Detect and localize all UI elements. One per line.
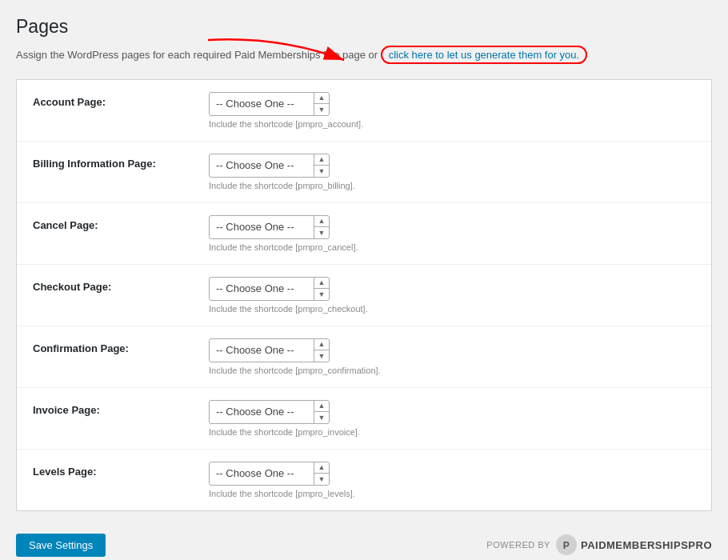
page-description: Assign the WordPress pages for each requ… — [16, 47, 712, 63]
powered-by: POWERED BY P PaidMembershipsPro — [486, 534, 712, 556]
select-account[interactable]: -- Choose One -- — [210, 93, 314, 115]
content-billing: -- Choose One -- ▲ ▼ Include the shortco… — [209, 154, 695, 190]
arrow-down-invoice[interactable]: ▼ — [314, 412, 329, 423]
arrow-down-checkout[interactable]: ▼ — [314, 289, 329, 300]
content-account: -- Choose One -- ▲ ▼ Include the shortco… — [209, 92, 695, 129]
arrow-down-cancel[interactable]: ▼ — [314, 227, 329, 238]
hint-checkout: Include the shortcode [pmpro_checkout]. — [209, 304, 695, 314]
hint-account: Include the shortcode [pmpro_account]. — [209, 119, 695, 129]
select-arrows-levels[interactable]: ▲ ▼ — [314, 462, 329, 485]
select-billing[interactable]: -- Choose One -- — [210, 154, 314, 177]
arrow-up-account[interactable]: ▲ — [314, 93, 329, 105]
label-invoice: Invoice Page: — [33, 400, 209, 416]
arrow-up-checkout[interactable]: ▲ — [314, 278, 329, 290]
arrow-down-confirmation[interactable]: ▼ — [314, 350, 329, 362]
select-arrows-cancel[interactable]: ▲ ▼ — [314, 216, 329, 238]
select-levels[interactable]: -- Choose One -- — [210, 462, 314, 485]
generate-link[interactable]: click here to let us generate them for y… — [381, 46, 587, 64]
label-billing: Billing Information Page: — [33, 154, 209, 170]
label-cancel: Cancel Page: — [33, 215, 209, 231]
label-checkout: Checkout Page: — [33, 277, 209, 293]
select-invoice[interactable]: -- Choose One -- — [210, 401, 314, 423]
select-wrapper-levels[interactable]: -- Choose One -- ▲ ▼ — [209, 462, 330, 486]
select-arrows-billing[interactable]: ▲ ▼ — [314, 154, 329, 177]
select-wrapper-cancel[interactable]: -- Choose One -- ▲ ▼ — [209, 215, 330, 239]
row-invoice: Invoice Page: -- Choose One -- ▲ ▼ Inclu… — [17, 388, 711, 450]
brand-name: PaidMembershipsPro — [581, 539, 712, 551]
pmp-logo: P PaidMembershipsPro — [555, 534, 712, 556]
select-arrows-account[interactable]: ▲ ▼ — [314, 93, 329, 115]
arrow-down-levels[interactable]: ▼ — [314, 474, 329, 485]
description-text-before: Assign the WordPress pages for each requ… — [16, 49, 381, 61]
page-wrapper: Pages Assign the WordPress pages for eac… — [0, 0, 728, 560]
select-wrapper-billing[interactable]: -- Choose One -- ▲ ▼ — [209, 154, 330, 178]
pmp-logo-icon: P — [555, 534, 578, 556]
svg-text:P: P — [563, 540, 570, 551]
select-cancel[interactable]: -- Choose One -- — [210, 216, 314, 238]
select-wrapper-invoice[interactable]: -- Choose One -- ▲ ▼ — [209, 400, 330, 424]
hint-levels: Include the shortcode [pmpro_levels]. — [209, 489, 695, 498]
hint-invoice: Include the shortcode [pmpro_invoice]. — [209, 427, 695, 437]
arrow-up-confirmation[interactable]: ▲ — [314, 339, 329, 351]
select-confirmation[interactable]: -- Choose One -- — [210, 339, 314, 362]
row-checkout: Checkout Page: -- Choose One -- ▲ ▼ Incl… — [17, 265, 711, 326]
page-title: Pages — [16, 16, 712, 38]
content-invoice: -- Choose One -- ▲ ▼ Include the shortco… — [209, 400, 695, 437]
row-confirmation: Confirmation Page: -- Choose One -- ▲ ▼ … — [17, 326, 711, 388]
arrow-down-account[interactable]: ▼ — [314, 104, 329, 115]
row-levels: Levels Page: -- Choose One -- ▲ ▼ Includ… — [17, 450, 711, 510]
footer-bar: Save Settings POWERED BY P PaidMembershi… — [16, 526, 712, 561]
settings-table: Account Page: -- Choose One -- ▲ ▼ Inclu… — [16, 79, 712, 511]
row-billing: Billing Information Page: -- Choose One … — [17, 142, 711, 203]
label-account: Account Page: — [33, 92, 209, 108]
save-settings-button[interactable]: Save Settings — [16, 534, 106, 557]
arrow-up-levels[interactable]: ▲ — [314, 462, 329, 474]
select-arrows-checkout[interactable]: ▲ ▼ — [314, 278, 329, 300]
select-wrapper-checkout[interactable]: -- Choose One -- ▲ ▼ — [209, 277, 330, 301]
select-checkout[interactable]: -- Choose One -- — [210, 278, 314, 300]
select-arrows-confirmation[interactable]: ▲ ▼ — [314, 339, 329, 362]
arrow-up-invoice[interactable]: ▲ — [314, 401, 329, 413]
arrow-up-billing[interactable]: ▲ — [314, 154, 329, 166]
select-wrapper-confirmation[interactable]: -- Choose One -- ▲ ▼ — [209, 338, 330, 362]
select-wrapper-account[interactable]: -- Choose One -- ▲ ▼ — [209, 92, 330, 116]
powered-by-label: POWERED BY — [486, 540, 550, 550]
hint-billing: Include the shortcode [pmpro_billing]. — [209, 181, 695, 190]
arrow-up-cancel[interactable]: ▲ — [314, 216, 329, 228]
row-account: Account Page: -- Choose One -- ▲ ▼ Inclu… — [17, 80, 711, 142]
label-levels: Levels Page: — [33, 462, 209, 478]
content-checkout: -- Choose One -- ▲ ▼ Include the shortco… — [209, 277, 695, 314]
hint-cancel: Include the shortcode [pmpro_cancel]. — [209, 242, 695, 252]
content-levels: -- Choose One -- ▲ ▼ Include the shortco… — [209, 462, 695, 498]
content-confirmation: -- Choose One -- ▲ ▼ Include the shortco… — [209, 338, 695, 375]
content-cancel: -- Choose One -- ▲ ▼ Include the shortco… — [209, 215, 695, 252]
hint-confirmation: Include the shortcode [pmpro_confirmatio… — [209, 366, 695, 375]
select-arrows-invoice[interactable]: ▲ ▼ — [314, 401, 329, 423]
label-confirmation: Confirmation Page: — [33, 338, 209, 354]
arrow-down-billing[interactable]: ▼ — [314, 166, 329, 177]
row-cancel: Cancel Page: -- Choose One -- ▲ ▼ Includ… — [17, 203, 711, 265]
